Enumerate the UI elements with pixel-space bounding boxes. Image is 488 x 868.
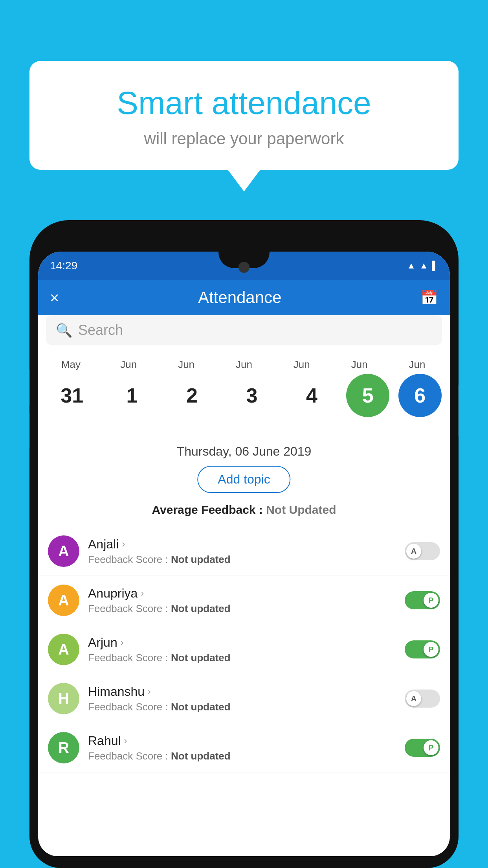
chevron-right-icon: › — [122, 539, 125, 550]
day-4[interactable]: 4 — [286, 376, 338, 415]
search-bar[interactable]: 🔍 Search — [46, 315, 442, 345]
student-info[interactable]: Anupriya ›Feedback Score : Not updated — [88, 586, 396, 615]
search-placeholder: Search — [78, 322, 123, 338]
attendance-toggle[interactable]: A — [405, 690, 440, 708]
attendance-toggle[interactable]: P — [405, 640, 440, 658]
student-info[interactable]: Rahul ›Feedback Score : Not updated — [88, 734, 396, 762]
student-item: HHimanshu ›Feedback Score : Not updatedA — [38, 674, 450, 723]
day-3[interactable]: 3 — [226, 376, 277, 415]
student-item: AAnupriya ›Feedback Score : Not updatedP — [38, 576, 450, 625]
student-feedback-score: Feedback Score : Not updated — [88, 701, 396, 713]
student-name[interactable]: Anjali › — [88, 537, 396, 552]
toggle-knob: A — [406, 691, 421, 706]
month-3: Jun — [218, 359, 270, 371]
chevron-right-icon: › — [124, 735, 127, 746]
month-4: Jun — [276, 359, 327, 371]
student-avatar: H — [48, 683, 79, 714]
student-info[interactable]: Arjun ›Feedback Score : Not updated — [88, 635, 396, 664]
attendance-toggle[interactable]: A — [405, 542, 440, 560]
bubble-title: Smart attendance — [57, 85, 431, 121]
day-1[interactable]: 1 — [106, 376, 158, 415]
average-feedback: Average Feedback : Not Updated — [38, 503, 450, 517]
app-header: × Attendance 📅 — [38, 280, 450, 315]
attendance-toggle[interactable]: P — [405, 591, 440, 609]
student-name[interactable]: Arjun › — [88, 635, 396, 650]
phone-frame: 14:29 ▲ ▲ ▌ × Attendance 📅 🔍 Search May … — [29, 220, 459, 868]
student-feedback-score: Feedback Score : Not updated — [88, 603, 396, 615]
student-avatar: A — [48, 634, 79, 665]
student-name[interactable]: Himanshu › — [88, 684, 396, 699]
toggle-knob: P — [424, 740, 438, 755]
month-1: Jun — [103, 359, 154, 371]
student-item: AArjun ›Feedback Score : Not updatedP — [38, 625, 450, 674]
student-item: AAnjali ›Feedback Score : Not updatedA — [38, 527, 450, 576]
volume-up-button — [29, 370, 30, 405]
student-feedback-score: Feedback Score : Not updated — [88, 554, 396, 566]
calendar-days: 31 1 2 3 4 5 6 — [42, 374, 446, 417]
calendar-icon[interactable]: 📅 — [420, 289, 438, 306]
power-button — [458, 385, 459, 436]
month-5: Jun — [334, 359, 385, 371]
add-topic-button[interactable]: Add topic — [197, 466, 290, 493]
status-time: 14:29 — [50, 259, 77, 272]
month-2: Jun — [161, 359, 212, 371]
student-name[interactable]: Rahul › — [88, 734, 396, 748]
day-2[interactable]: 2 — [166, 376, 217, 415]
student-info[interactable]: Himanshu ›Feedback Score : Not updated — [88, 684, 396, 713]
student-info[interactable]: Anjali ›Feedback Score : Not updated — [88, 537, 396, 566]
phone-screen: 14:29 ▲ ▲ ▌ × Attendance 📅 🔍 Search May … — [38, 252, 450, 856]
toggle-knob: P — [424, 593, 438, 608]
student-avatar: R — [48, 732, 79, 763]
wifi-icon: ▲ — [407, 261, 416, 271]
chevron-right-icon: › — [148, 686, 151, 697]
student-avatar: A — [48, 535, 79, 567]
volume-down-button — [29, 413, 30, 448]
speech-bubble: Smart attendance will replace your paper… — [29, 61, 459, 170]
header-title: Attendance — [198, 288, 282, 307]
toggle-knob: A — [406, 544, 421, 559]
student-item: RRahul ›Feedback Score : Not updatedP — [38, 723, 450, 772]
chevron-right-icon: › — [141, 588, 144, 599]
student-list: AAnjali ›Feedback Score : Not updatedAAA… — [38, 527, 450, 856]
close-button[interactable]: × — [50, 289, 59, 307]
search-icon: 🔍 — [56, 322, 72, 338]
avg-label: Average Feedback : — [152, 503, 266, 516]
calendar-strip: May Jun Jun Jun Jun Jun Jun 31 1 2 3 4 5… — [38, 351, 450, 421]
attendance-toggle[interactable]: P — [405, 739, 440, 757]
status-icons: ▲ ▲ ▌ — [407, 261, 438, 271]
day-0[interactable]: 31 — [46, 376, 97, 415]
day-6-today[interactable]: 6 — [398, 374, 442, 417]
month-6: Jun — [391, 359, 442, 371]
month-0: May — [45, 359, 96, 371]
camera — [238, 262, 250, 273]
calendar-months: May Jun Jun Jun Jun Jun Jun — [42, 359, 446, 371]
student-name[interactable]: Anupriya › — [88, 586, 396, 601]
student-feedback-score: Feedback Score : Not updated — [88, 652, 396, 664]
toggle-knob: P — [424, 642, 438, 657]
student-avatar: A — [48, 585, 79, 616]
student-feedback-score: Feedback Score : Not updated — [88, 750, 396, 762]
bubble-subtitle: will replace your paperwork — [57, 129, 431, 148]
avg-value: Not Updated — [266, 503, 336, 516]
battery-icon: ▌ — [432, 261, 438, 271]
chevron-right-icon: › — [121, 637, 124, 648]
day-5-selected[interactable]: 5 — [346, 374, 389, 417]
signal-icon: ▲ — [420, 261, 428, 271]
date-display: Thursday, 06 June 2019 — [38, 444, 450, 459]
